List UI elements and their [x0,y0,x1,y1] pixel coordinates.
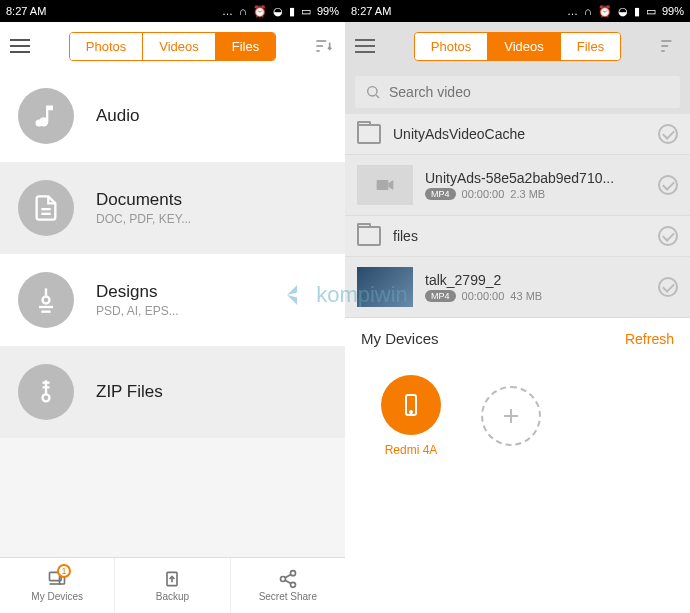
category-title: Audio [96,106,139,126]
category-audio[interactable]: Audio [0,70,345,162]
tab-files[interactable]: Files [215,33,275,60]
add-device-button[interactable] [481,386,541,446]
status-time: 8:27 AM [351,5,391,17]
battery-icon: ▭ [301,5,311,18]
plus-icon [499,404,523,428]
svg-point-17 [290,571,295,576]
video-list: UnityAdsVideoCache UnityAds-58e5a2bab9ed… [345,114,690,613]
tab-videos[interactable]: Videos [142,33,215,60]
folder-name: UnityAdsVideoCache [393,126,646,142]
nav-backup[interactable]: Backup [114,558,229,613]
format-badge: MP4 [425,188,456,200]
video-name: talk_2799_2 [425,272,646,288]
battery-percent: 99% [662,5,684,17]
svg-point-18 [280,577,285,582]
svg-point-25 [368,87,377,96]
video-name: UnityAds-58e5a2bab9ed710... [425,170,646,186]
tab-bar: Photos Videos Files [379,32,656,61]
format-badge: MP4 [425,290,456,302]
brush-icon [18,272,74,328]
status-bar: 8:27 AM …∩⏰◒▮▭ 99% [345,0,690,22]
alarm-icon: ⏰ [253,5,267,18]
zipper-icon [18,364,74,420]
video-thumbnail [357,267,413,307]
folder-icon [357,226,381,246]
check-circle-icon[interactable] [658,226,678,246]
category-title: ZIP Files [96,382,163,402]
video-thumbnail [357,165,413,205]
app-bar: Photos Videos Files [0,22,345,70]
battery-percent: 99% [317,5,339,17]
music-note-icon [18,88,74,144]
tab-photos[interactable]: Photos [70,33,142,60]
bottom-nav: My Devices 1 Backup Secret Share [0,557,345,613]
headphone-icon: ∩ [239,5,247,17]
refresh-button[interactable]: Refresh [625,331,674,347]
svg-point-30 [410,411,412,413]
device-name: Redmi 4A [385,443,438,457]
check-circle-icon[interactable] [658,277,678,297]
video-row[interactable]: UnityAds-58e5a2bab9ed710... MP4 00:00:00… [345,155,690,216]
folder-icon [357,124,381,144]
badge: 1 [57,564,71,578]
wifi-icon: ◒ [273,5,283,18]
check-circle-icon[interactable] [658,124,678,144]
nav-label: Backup [156,591,189,602]
video-duration: 00:00:00 [462,290,505,302]
svg-point-19 [290,582,295,587]
folder-name: files [393,228,646,244]
tab-photos[interactable]: Photos [415,33,487,60]
search-bar[interactable] [355,76,680,108]
document-icon [18,180,74,236]
svg-rect-27 [377,180,389,190]
device-item[interactable]: Redmi 4A [381,375,441,457]
category-subtitle: DOC, PDF, KEY... [96,212,191,226]
sort-icon[interactable] [311,36,335,56]
category-designs[interactable]: Designs PSD, AI, EPS... [0,254,345,346]
category-title: Documents [96,190,191,210]
video-size: 43 MB [510,290,542,302]
hamburger-icon[interactable] [355,39,379,53]
folder-row[interactable]: files [345,216,690,257]
svg-line-20 [285,574,291,577]
phone-icon [381,375,441,435]
status-time: 8:27 AM [6,5,46,17]
category-documents[interactable]: Documents DOC, PDF, KEY... [0,162,345,254]
tab-bar: Photos Videos Files [34,32,311,61]
hamburger-icon[interactable] [10,39,34,53]
nav-label: My Devices [31,591,83,602]
svg-line-21 [285,580,291,583]
category-zip[interactable]: ZIP Files [0,346,345,438]
folder-row[interactable]: UnityAdsVideoCache [345,114,690,155]
check-circle-icon[interactable] [658,175,678,195]
search-icon [365,84,381,100]
nav-secret-share[interactable]: Secret Share [230,558,345,613]
tab-files[interactable]: Files [560,33,620,60]
video-size: 2.3 MB [510,188,545,200]
signal-icon: ▮ [289,5,295,18]
video-row[interactable]: talk_2799_2 MP4 00:00:00 43 MB [345,257,690,318]
nav-my-devices[interactable]: My Devices 1 [0,558,114,613]
search-input[interactable] [389,84,670,100]
my-devices-panel: My Devices Refresh Redmi 4A [345,318,690,613]
category-list: Audio Documents DOC, PDF, KEY... Designs… [0,70,345,557]
svg-point-7 [43,297,50,304]
category-title: Designs [96,282,179,302]
category-subtitle: PSD, AI, EPS... [96,304,179,318]
svg-point-9 [43,394,50,401]
svg-line-26 [376,95,379,98]
left-pane: 8:27 AM … ∩ ⏰ ◒ ▮ ▭ 99% Photos Videos Fi… [0,0,345,613]
status-bar: 8:27 AM … ∩ ⏰ ◒ ▮ ▭ 99% [0,0,345,22]
nav-label: Secret Share [259,591,317,602]
panel-title: My Devices [361,330,439,347]
status-icons: …∩⏰◒▮▭ 99% [565,5,684,18]
tab-videos[interactable]: Videos [487,33,560,60]
svg-point-4 [36,120,43,127]
svg-marker-28 [388,180,393,190]
status-icons: … ∩ ⏰ ◒ ▮ ▭ 99% [220,5,339,18]
right-pane: 8:27 AM …∩⏰◒▮▭ 99% Photos Videos Files U… [345,0,690,613]
sort-icon[interactable] [656,36,680,56]
app-bar: Photos Videos Files [345,22,690,70]
video-duration: 00:00:00 [462,188,505,200]
